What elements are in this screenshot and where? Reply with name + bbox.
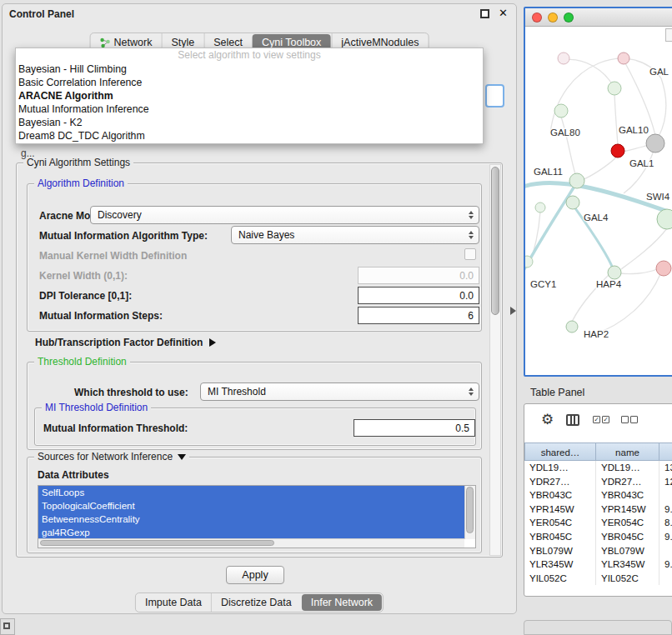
table-row[interactable]: YBL079WYBL079W	[524, 544, 672, 558]
list-item[interactable]: BetweennessCentrality	[38, 512, 464, 526]
cell: YDR27…	[596, 475, 659, 489]
table-row[interactable]: YER054CYER054C8.	[524, 516, 672, 530]
cyni-mode-tabs: Impute Data Discretize Data Infer Networ…	[135, 592, 384, 612]
list-item[interactable]: gal4RGexp	[38, 526, 464, 539]
table-row[interactable]: YBR043CYBR043C	[524, 488, 672, 502]
attribute-list-vscrollbar-thumb[interactable]	[466, 487, 474, 533]
minimized-panel-button[interactable]	[0, 618, 15, 635]
aracne-mode-value: Discovery	[98, 209, 142, 221]
network-node-label: GAL4	[584, 212, 609, 222]
mi-type-combo[interactable]: Naive Bayes	[231, 226, 479, 244]
control-panel-titlebar: Control Panel ✕	[3, 4, 516, 24]
apply-button[interactable]: Apply	[226, 566, 284, 584]
hub-definition-toggle[interactable]: Hub/Transcription Factor Definition	[35, 337, 216, 348]
collapsed-bottom-panel[interactable]	[524, 620, 672, 635]
aracne-mode-combo[interactable]: Discovery	[90, 206, 479, 224]
zoom-traffic-light-icon[interactable]	[564, 12, 574, 22]
expand-right-icon	[209, 338, 216, 347]
minimize-traffic-light-icon[interactable]	[548, 12, 558, 22]
deselect-all-rows-icon[interactable]	[621, 416, 638, 423]
tab-infer-network[interactable]: Infer Network	[302, 594, 382, 611]
mi-steps-field[interactable]: 6	[358, 307, 479, 324]
dpi-tolerance-field[interactable]: 0.0	[358, 287, 479, 304]
cell: YBR043C	[596, 488, 659, 502]
dropdown-item-aracne[interactable]: ARACNE Algorithm	[16, 89, 483, 102]
splitter-collapse-arrow[interactable]	[510, 307, 516, 315]
desktop: Control Panel ✕ Network Style Select Cyn…	[0, 0, 672, 635]
table-row[interactable]: YDL19…YDL19…13	[524, 461, 672, 475]
sources-toggle[interactable]: Sources for Network Inference	[34, 451, 189, 463]
combo-arrows-icon	[469, 388, 474, 396]
dropdown-item-basic-correlation[interactable]: Basic Correlation Inference	[16, 76, 483, 89]
tab-label: Style	[171, 37, 194, 48]
dropdown-item-mutual-information[interactable]: Mutual Information Inference	[16, 102, 483, 116]
gear-icon[interactable]: ⚙	[541, 411, 554, 428]
cell: YIL052C	[596, 572, 659, 586]
network-node[interactable]	[525, 256, 533, 268]
tab-label: Infer Network	[311, 597, 373, 608]
network-canvas[interactable]: GAL GAL80 GAL10 GAL11 GAL1 SWI4 GAL4 GCY…	[525, 27, 672, 377]
network-node[interactable]	[608, 82, 621, 95]
table-row[interactable]: YLR345WYLR345W9.	[524, 558, 672, 572]
column-header-name[interactable]: name	[596, 442, 659, 461]
table-row[interactable]: YIL052CYIL052C	[524, 572, 672, 586]
settings-scrollbar-thumb[interactable]	[491, 167, 499, 315]
network-node-label: GAL80	[550, 128, 580, 138]
dropdown-item-bayesian-hill-climbing[interactable]: Bayesian - Hill Climbing	[16, 62, 483, 76]
cell: YLR345W	[596, 558, 659, 572]
obscured-text-fragment: g...	[21, 148, 35, 159]
tab-discretize-data[interactable]: Discretize Data	[211, 593, 301, 612]
network-node[interactable]	[566, 196, 579, 209]
show-columns-icon[interactable]	[566, 414, 579, 426]
table-row[interactable]: YDR27…YDR27…12	[524, 475, 672, 489]
network-node[interactable]	[558, 52, 569, 64]
tab-label: Impute Data	[145, 597, 202, 608]
close-window-icon[interactable]: ✕	[499, 7, 508, 19]
dropdown-item-bayesian-k2[interactable]: Bayesian - K2	[16, 116, 483, 129]
list-item[interactable]: TopologicalCoefficient	[38, 499, 464, 512]
list-item[interactable]: SelfLoops	[38, 486, 464, 499]
table-row[interactable]: YPR145WYPR145W9.	[524, 502, 672, 517]
column-header-partial[interactable]	[659, 442, 672, 461]
network-node[interactable]	[656, 261, 671, 276]
which-threshold-combo[interactable]: MI Threshold	[200, 382, 479, 401]
network-node[interactable]	[657, 209, 672, 229]
kernel-width-field[interactable]: 0.0	[358, 267, 479, 284]
cell: YER054C	[596, 516, 659, 530]
mi-type-label: Mutual Information Algorithm Type:	[39, 230, 208, 242]
attribute-list-vscrollbar[interactable]	[464, 486, 475, 539]
float-window-icon[interactable]	[480, 9, 489, 18]
data-attributes-list: SelfLoops TopologicalCoefficient Between…	[38, 485, 476, 548]
sources-group: Sources for Network Inference Data Attri…	[27, 457, 482, 553]
cell: 12	[659, 475, 672, 489]
attribute-list-hscrollbar-thumb[interactable]	[40, 540, 274, 546]
network-node-label: HAP2	[584, 329, 609, 339]
network-node[interactable]	[646, 134, 664, 152]
network-node-label: GCY1	[530, 279, 556, 289]
column-header-shared-name[interactable]: shared…	[524, 442, 596, 461]
cell: YLR345W	[524, 558, 596, 572]
attribute-list-hscrollbar[interactable]	[38, 538, 464, 548]
which-threshold-label: Which threshold to use:	[74, 387, 188, 398]
tab-impute-data[interactable]: Impute Data	[136, 593, 211, 612]
manual-kernel-checkbox[interactable]	[464, 248, 476, 260]
network-node-label: GAL	[649, 67, 669, 77]
tab-label: Network	[114, 37, 153, 48]
hub-definition-label: Hub/Transcription Factor Definition	[35, 337, 203, 348]
network-node[interactable]	[569, 173, 584, 188]
network-node[interactable]	[608, 266, 621, 279]
network-node-selected[interactable]	[611, 144, 624, 158]
network-node[interactable]	[618, 52, 629, 64]
cell: YER054C	[524, 516, 596, 530]
select-all-rows-icon[interactable]: ✓✓	[593, 416, 609, 423]
network-node[interactable]	[566, 321, 578, 332]
tab-label: Cyni Toolbox	[262, 37, 321, 48]
network-node[interactable]	[554, 104, 568, 118]
close-traffic-light-icon[interactable]	[532, 12, 542, 22]
settings-scrollbar[interactable]	[489, 164, 501, 556]
network-node[interactable]	[535, 202, 545, 212]
mi-threshold-field[interactable]: 0.5	[354, 419, 475, 437]
tab-label: Select	[213, 37, 243, 48]
table-row[interactable]: YBR045CYBR045C9.	[524, 530, 672, 544]
dropdown-item-dream8[interactable]: Dream8 DC_TDC Algorithm	[16, 129, 483, 142]
